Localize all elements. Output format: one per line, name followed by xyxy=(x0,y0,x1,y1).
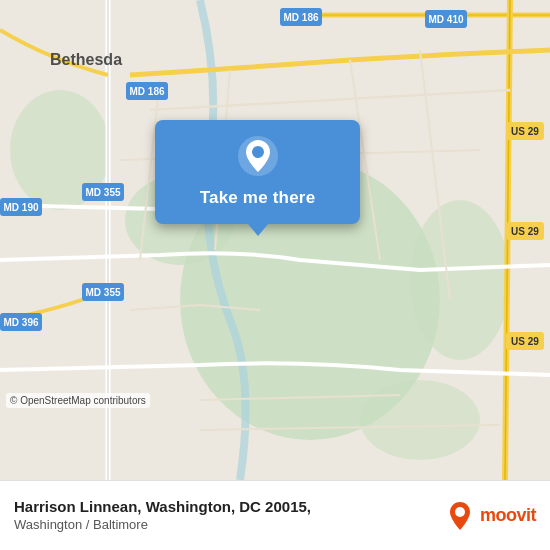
map-container: MD 186 MD 410 MD 186 MD 355 MD 190 MD 35… xyxy=(0,0,550,480)
copyright-text: © OpenStreetMap contributors xyxy=(6,393,150,408)
map-svg: MD 186 MD 410 MD 186 MD 355 MD 190 MD 35… xyxy=(0,0,550,480)
popup-label: Take me there xyxy=(200,188,316,208)
address-line2: Washington / Baltimore xyxy=(14,517,444,534)
moovit-pin-icon xyxy=(444,500,476,532)
svg-text:MD 396: MD 396 xyxy=(3,317,38,328)
bottom-bar: Harrison Linnean, Washington, DC 20015, … xyxy=(0,480,550,550)
attribution-text: © OpenStreetMap contributors xyxy=(10,395,146,406)
moovit-logo: moovit xyxy=(444,500,536,532)
svg-text:US 29: US 29 xyxy=(511,336,539,347)
svg-text:Bethesda: Bethesda xyxy=(50,51,122,68)
svg-text:US 29: US 29 xyxy=(511,126,539,137)
location-pin-icon xyxy=(236,134,280,178)
svg-point-5 xyxy=(360,380,480,460)
address-block: Harrison Linnean, Washington, DC 20015, … xyxy=(14,497,444,533)
svg-text:MD 355: MD 355 xyxy=(85,187,120,198)
svg-text:MD 190: MD 190 xyxy=(3,202,38,213)
moovit-brand-text: moovit xyxy=(480,505,536,526)
svg-point-29 xyxy=(455,507,465,517)
svg-text:MD 355: MD 355 xyxy=(85,287,120,298)
svg-text:MD 186: MD 186 xyxy=(129,86,164,97)
address-line1: Harrison Linnean, Washington, DC 20015, xyxy=(14,497,444,517)
svg-point-4 xyxy=(410,200,510,360)
svg-point-28 xyxy=(252,146,264,158)
popup-card[interactable]: Take me there xyxy=(155,120,360,224)
svg-text:US 29: US 29 xyxy=(511,226,539,237)
svg-text:MD 186: MD 186 xyxy=(283,12,318,23)
svg-text:MD 410: MD 410 xyxy=(428,14,463,25)
